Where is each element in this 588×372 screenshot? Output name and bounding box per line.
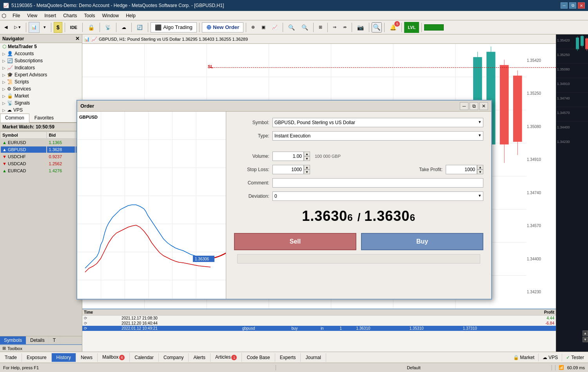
expand-indicators: ▷: [2, 66, 5, 70]
tp-up-btn[interactable]: ▲: [477, 165, 483, 170]
sl-down-btn[interactable]: ▼: [304, 170, 310, 174]
screenshot-btn[interactable]: 📷: [354, 22, 367, 33]
nav-item-accounts[interactable]: ▷ 👤 Accounts: [0, 50, 82, 57]
tab-codebase[interactable]: Code Base: [242, 353, 275, 362]
dollar-btn[interactable]: $: [54, 22, 62, 33]
tab-trade[interactable]: Trade: [0, 353, 22, 362]
nav-item-signals[interactable]: ▷ 📡 Signals: [0, 99, 82, 107]
menu-window[interactable]: Window: [99, 12, 122, 19]
order-restore-btn[interactable]: ⧉: [470, 102, 478, 110]
lock-btn[interactable]: 🔒: [85, 22, 97, 33]
volume-input[interactable]: [272, 152, 304, 161]
sl-input[interactable]: [272, 165, 304, 174]
symbol-select[interactable]: GBPUSD, Pound Sterling vs US Dollar: [272, 118, 483, 127]
mw-row-gbpusd[interactable]: ▲ GBPUSD 1.3628: [1, 146, 81, 153]
bottom-market-btn[interactable]: 🔒 Market: [509, 354, 539, 361]
lvl-btn[interactable]: LVL: [404, 22, 419, 33]
tab-experts[interactable]: Experts: [275, 353, 301, 362]
zoom-in-btn[interactable]: 🔍: [285, 22, 298, 33]
nav-item-subscriptions[interactable]: ▷ 🔄 Subscriptions: [0, 57, 82, 64]
tab-favorites[interactable]: Favorites: [29, 114, 59, 122]
search-btn[interactable]: 🔍: [372, 22, 382, 33]
price-separator: /: [358, 211, 365, 223]
menu-insert[interactable]: Insert: [41, 12, 59, 19]
tp-input[interactable]: [446, 165, 477, 174]
chart-btn2[interactable]: ▾: [41, 22, 49, 33]
tab-common[interactable]: Common: [0, 114, 29, 123]
menu-charts[interactable]: Charts: [60, 12, 80, 19]
order-close-btn[interactable]: ✕: [479, 102, 488, 110]
bottom-tester-btn[interactable]: ✓ Tester: [562, 354, 588, 361]
order-minimize-btn[interactable]: ─: [460, 102, 468, 110]
mw-row-usdchf[interactable]: ▼ USDCHF 0.9237: [1, 153, 81, 160]
mw-row-eurusd[interactable]: ▲ EURUSD 1.1365: [1, 139, 81, 146]
chart-type-btn[interactable]: 📊: [29, 22, 40, 33]
menu-file[interactable]: File: [9, 12, 23, 19]
minimize-btn[interactable]: ─: [561, 2, 568, 9]
nav-item-expert-advisors[interactable]: ▷ 🎓 Expert Advisors: [0, 71, 82, 78]
tab-exposure[interactable]: Exposure: [22, 353, 52, 362]
ide-btn[interactable]: IDE: [67, 22, 80, 33]
tp-down-btn[interactable]: ▼: [477, 170, 483, 174]
menu-help[interactable]: Help: [123, 12, 139, 19]
tab-calendar[interactable]: Calendar: [130, 353, 159, 362]
tab-company[interactable]: Company: [159, 353, 189, 362]
line-btn[interactable]: 📈: [269, 22, 280, 33]
zoom-fit-btn[interactable]: ▣: [259, 22, 268, 33]
scroll-right-btn[interactable]: ⇒: [330, 22, 339, 33]
scroll-chart-btn[interactable]: ⇏: [340, 22, 349, 33]
volume-up-btn[interactable]: ▲: [304, 152, 310, 156]
zoom-out-btn[interactable]: 🔍: [299, 22, 311, 33]
signal-btn[interactable]: 📡: [102, 22, 114, 33]
volume-down-btn[interactable]: ▼: [304, 156, 310, 161]
right-scroll-up[interactable]: ▲: [583, 330, 588, 336]
back-btn[interactable]: ◀: [2, 22, 10, 33]
nav-close-btn[interactable]: ✕: [75, 36, 80, 42]
sell-button[interactable]: Sell: [234, 233, 356, 250]
deviation-select[interactable]: 0: [272, 191, 483, 201]
mw-row-usdcad[interactable]: ▼ USDCAD 1.2562: [1, 161, 81, 167]
trade-row-3[interactable]: ⟳ 2022.01.12 10:49:21 gbpusd buy in 1 1.…: [82, 326, 556, 331]
close-btn[interactable]: ✕: [578, 2, 585, 9]
layout-btn[interactable]: ⊞: [316, 22, 325, 33]
nav-item-metatrader[interactable]: ⬡ MetaTrader 5: [0, 43, 82, 50]
toolbox-header[interactable]: ⊞ Toolbox: [0, 344, 82, 352]
algo-trading-btn[interactable]: ⬛ Algo Trading: [151, 22, 197, 33]
nav-item-indicators[interactable]: ▷ 📈 Indicators: [0, 64, 82, 71]
mw-tab-t[interactable]: T: [49, 336, 60, 344]
nav-item-scripts[interactable]: ▷ 📜 Scripts: [0, 78, 82, 85]
buy-button[interactable]: Buy: [361, 233, 483, 250]
sl-up-btn[interactable]: ▲: [304, 165, 310, 170]
menu-view[interactable]: View: [24, 12, 40, 19]
mw-row-eurcad[interactable]: ▲ EURCAD 1.4276: [1, 168, 81, 174]
restore-btn[interactable]: ⧉: [569, 2, 576, 9]
tab-news[interactable]: News: [76, 353, 98, 362]
new-order-btn[interactable]: ⊕ New Order: [202, 22, 243, 33]
cloud-btn[interactable]: ☁: [119, 22, 129, 33]
fwd-btn[interactable]: ▷ ▾: [11, 22, 24, 33]
mw-tab-details[interactable]: Details: [26, 336, 49, 344]
refresh-btn[interactable]: 🔄: [134, 22, 145, 33]
tab-articles[interactable]: Articles1: [211, 353, 242, 362]
tab-journal[interactable]: Journal: [301, 353, 326, 362]
expand-scripts: ▷: [2, 80, 5, 84]
market-icon: 🔒: [7, 93, 13, 99]
nav-item-market[interactable]: ▷ 🔒 Market: [0, 92, 82, 99]
right-scroll-down[interactable]: ▼: [583, 337, 588, 342]
expand-subs: ▷: [2, 59, 5, 63]
mw-tab-symbols[interactable]: Symbols: [0, 336, 26, 344]
trade-row-1[interactable]: ⟳ 2021.12.17 21:08:30 4.44: [82, 316, 556, 321]
tab-mailbox[interactable]: Mailbox6: [98, 353, 130, 362]
comment-input[interactable]: [272, 178, 483, 188]
tab-history[interactable]: History: [52, 353, 76, 362]
crosshair-btn[interactable]: ⊕: [249, 22, 258, 33]
type-select[interactable]: Instant Execution: [272, 131, 483, 141]
bottom-vps-btn[interactable]: ☁ VPS: [539, 354, 562, 361]
chart-type-icon: 📊: [84, 36, 90, 42]
tab-alerts[interactable]: Alerts: [189, 353, 211, 362]
nav-item-vps[interactable]: ▷ ☁ VPS: [0, 107, 82, 114]
title-bar: 📈 51190365 - MetaQuotes-Demo: Demo Accou…: [0, 0, 588, 11]
trade-row-2[interactable]: ⟳ 2021.12.20 16:40:44 -6.84: [82, 321, 556, 326]
nav-item-services[interactable]: ▷ ⚙ Services: [0, 85, 82, 92]
menu-tools[interactable]: Tools: [81, 12, 98, 19]
